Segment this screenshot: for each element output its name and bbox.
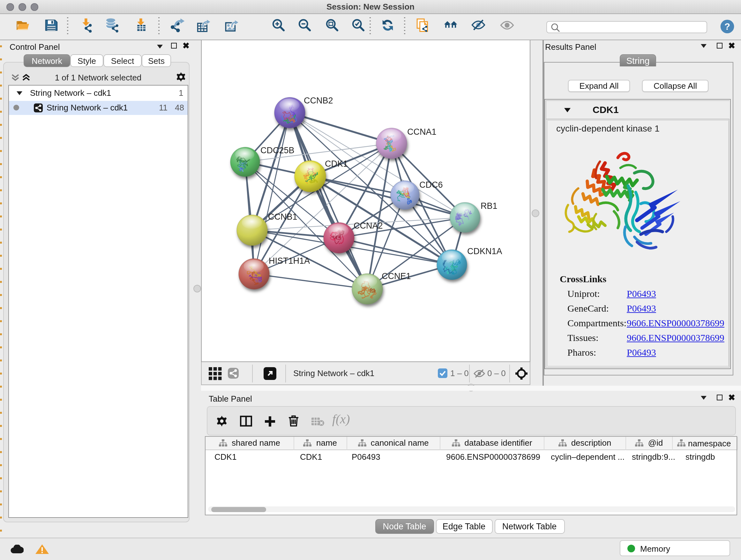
- svg-text:HIST1H1A: HIST1H1A: [268, 256, 310, 265]
- svg-text:CCNA2: CCNA2: [353, 221, 383, 230]
- svg-text:CCNB1: CCNB1: [268, 212, 297, 221]
- svg-text:CCNE1: CCNE1: [381, 271, 411, 281]
- svg-text:CCNB2: CCNB2: [304, 96, 333, 105]
- svg-text:CDKN1A: CDKN1A: [467, 246, 502, 256]
- svg-text:RB1: RB1: [480, 201, 497, 210]
- svg-text:CDK1: CDK1: [325, 159, 347, 168]
- svg-text:?: ?: [724, 21, 730, 31]
- svg-text:CDC25B: CDC25B: [260, 145, 294, 155]
- svg-text:CCNA1: CCNA1: [407, 127, 436, 136]
- svg-text:CDC6: CDC6: [419, 180, 443, 189]
